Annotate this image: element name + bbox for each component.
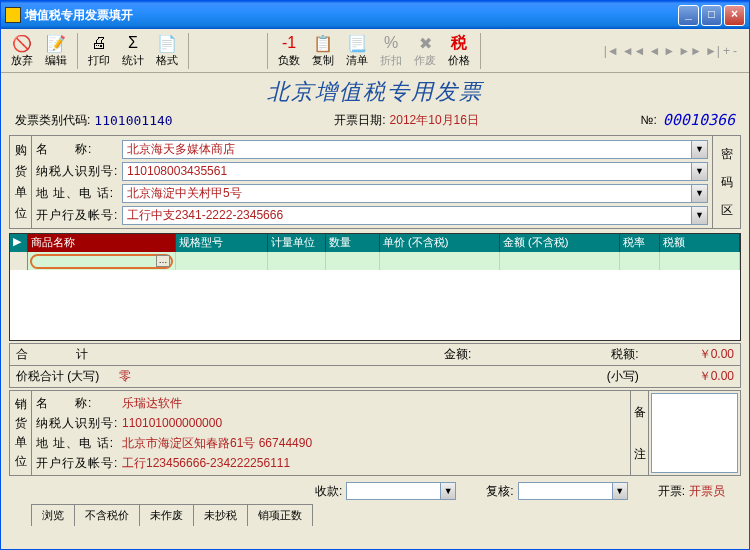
receive-label: 收款: (315, 483, 342, 500)
seller-bank-label: 开户行及帐号: (36, 455, 122, 472)
capital-value: 零 (119, 368, 131, 385)
buyer-tax-combo[interactable]: 110108003435561▼ (122, 162, 708, 181)
tab-positive[interactable]: 销项正数 (247, 504, 313, 526)
col-rate: 税率 (620, 234, 660, 252)
grid-row[interactable]: … (10, 252, 740, 270)
nav-arrows: |◄◄◄◄►►►►|+- (604, 44, 745, 58)
invoice-title: 北京增值税专用发票 (1, 77, 749, 107)
seller-tax: 110101000000000 (122, 416, 222, 430)
chevron-down-icon[interactable]: ▼ (691, 207, 707, 224)
meta-row: 发票类别代码: 1101001140 开票日期: 2012年10月16日 №: … (1, 109, 749, 135)
copy-button[interactable]: 📋复制 (306, 30, 340, 71)
nav-last-icon[interactable]: ►| (705, 44, 720, 58)
discount-button: %折扣 (374, 30, 408, 71)
negative-button[interactable]: -1负数 (272, 30, 306, 71)
buyer-bank-label: 开户行及帐号: (36, 207, 122, 224)
buyer-panel: 购货单位 名 称:北京海天多媒体商店▼ 纳税人识别号:1101080034355… (9, 135, 741, 229)
tab-browse[interactable]: 浏览 (31, 504, 75, 526)
minimize-button[interactable]: _ (678, 5, 699, 26)
no-value: 00010366 (663, 111, 735, 129)
format-button[interactable]: 📄格式 (150, 30, 184, 71)
small-value: ￥0.00 (699, 368, 734, 385)
small-label: (小写) (607, 368, 639, 385)
nav-first-icon[interactable]: |◄ (604, 44, 619, 58)
nav-next-icon[interactable]: ►► (678, 44, 702, 58)
col-amount: 金额 (不含税) (500, 234, 620, 252)
signature-row: 收款:▼ 复核:▼ 开票:开票员 (1, 478, 749, 504)
void-button: ✖作废 (408, 30, 442, 71)
copy-icon: 📋 (312, 33, 334, 53)
chevron-down-icon[interactable]: ▼ (691, 185, 707, 202)
seller-addr: 北京市海淀区知春路61号 66744490 (122, 435, 312, 452)
issue-label: 开票: (658, 483, 685, 500)
row-marker-col: ▶ (10, 234, 28, 252)
sum-label: 合 计 (16, 346, 96, 363)
titlebar: 增值税专用发票填开 _ □ × (1, 1, 749, 29)
negative-icon: -1 (278, 33, 300, 53)
tab-notvoid[interactable]: 未作废 (139, 504, 194, 526)
password-area-label: 密码区 (712, 136, 740, 228)
receive-combo[interactable]: ▼ (346, 482, 456, 500)
lookup-button[interactable]: … (156, 255, 170, 267)
price-button[interactable]: 税价格 (442, 30, 476, 71)
abandon-icon: 🚫 (11, 33, 33, 53)
abandon-button[interactable]: 🚫放弃 (5, 30, 39, 71)
seller-tax-label: 纳税人识别号: (36, 415, 122, 432)
buyer-bank-combo[interactable]: 工行中支2341-2222-2345666▼ (122, 206, 708, 225)
product-cell-editor[interactable]: … (30, 254, 173, 269)
nav-fwd-icon[interactable]: ► (663, 44, 675, 58)
chevron-down-icon[interactable]: ▼ (440, 483, 455, 499)
date-label: 开票日期: (334, 112, 385, 129)
notes-textarea[interactable] (651, 393, 738, 473)
notes-box: 备注 (630, 391, 740, 475)
print-button[interactable]: 🖨打印 (82, 30, 116, 71)
close-button[interactable]: × (724, 5, 745, 26)
tab-notcopy[interactable]: 未抄税 (193, 504, 248, 526)
grid-header: ▶ 商品名称 规格型号 计量单位 数量 单价 (不含税) 金额 (不含税) 税率… (10, 234, 740, 252)
discount-icon: % (380, 33, 402, 53)
price-icon: 税 (448, 33, 470, 53)
capital-label: 价税合计 (大写) (16, 368, 99, 385)
seller-addr-label: 地 址、电 话: (36, 435, 122, 452)
col-spec: 规格型号 (176, 234, 268, 252)
seller-bank: 工行123456666-234222256111 (122, 455, 290, 472)
items-grid[interactable]: ▶ 商品名称 规格型号 计量单位 数量 单价 (不含税) 金额 (不含税) 税率… (9, 233, 741, 341)
chevron-down-icon[interactable]: ▼ (691, 163, 707, 180)
seller-name-label: 名 称: (36, 395, 122, 412)
edit-button[interactable]: 📝编辑 (39, 30, 73, 71)
col-qty: 数量 (326, 234, 380, 252)
list-icon: 📃 (346, 33, 368, 53)
col-tax: 税额 (660, 234, 740, 252)
toolbar: 🚫放弃 📝编辑 🖨打印 Σ统计 📄格式 -1负数 📋复制 📃清单 %折扣 ✖作废… (1, 29, 749, 73)
col-unit: 计量单位 (268, 234, 326, 252)
tab-notax[interactable]: 不含税价 (74, 504, 140, 526)
seller-panel: 销货单位 名 称:乐瑞达软件 纳税人识别号:110101000000000 地 … (9, 390, 741, 476)
nav-prev-icon[interactable]: ◄◄ (622, 44, 646, 58)
window-title: 增值税专用发票填开 (25, 7, 678, 24)
col-price: 单价 (不含税) (380, 234, 500, 252)
chevron-down-icon[interactable]: ▼ (691, 141, 707, 158)
amount-label: 金额: (444, 346, 471, 363)
list-button[interactable]: 📃清单 (340, 30, 374, 71)
review-combo[interactable]: ▼ (518, 482, 628, 500)
stats-icon: Σ (122, 33, 144, 53)
edit-icon: 📝 (45, 33, 67, 53)
chevron-down-icon[interactable]: ▼ (612, 483, 627, 499)
nav-minus-icon[interactable]: - (733, 44, 737, 58)
nav-plus-icon[interactable]: + (723, 44, 730, 58)
seller-vlabel: 销货单位 (10, 391, 32, 475)
buyer-name-combo[interactable]: 北京海天多媒体商店▼ (122, 140, 708, 159)
maximize-button[interactable]: □ (701, 5, 722, 26)
void-icon: ✖ (414, 33, 436, 53)
buyer-name-label: 名 称: (36, 141, 122, 158)
buyer-addr-label: 地 址、电 话: (36, 185, 122, 202)
no-label: №: (641, 113, 657, 127)
nav-back-icon[interactable]: ◄ (648, 44, 660, 58)
review-label: 复核: (486, 483, 513, 500)
buyer-addr-combo[interactable]: 北京海淀中关村甲5号▼ (122, 184, 708, 203)
print-icon: 🖨 (88, 33, 110, 53)
code-label: 发票类别代码: (15, 112, 90, 129)
issue-value: 开票员 (689, 483, 725, 500)
buyer-tax-label: 纳税人识别号: (36, 163, 122, 180)
stats-button[interactable]: Σ统计 (116, 30, 150, 71)
